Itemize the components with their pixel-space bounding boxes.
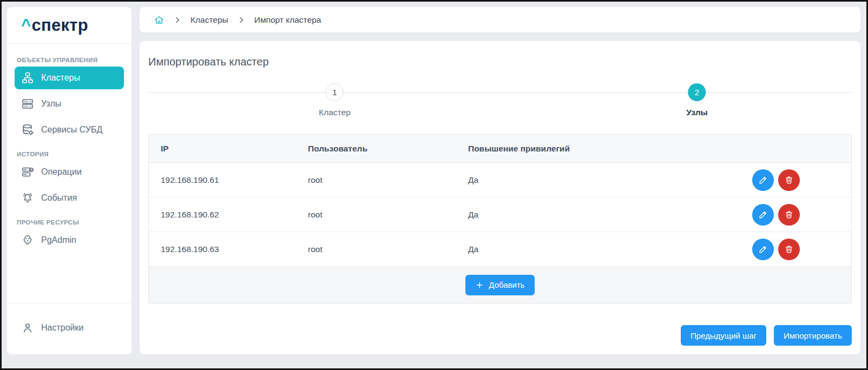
previous-step-button[interactable]: Предыдущий шаг	[681, 325, 766, 346]
column-header-ip: IP	[149, 144, 296, 154]
cell-user: root	[296, 175, 456, 185]
user-icon	[21, 321, 34, 334]
row-actions	[673, 204, 851, 226]
form-actions: Предыдущий шаг Импортировать	[148, 325, 852, 346]
breadcrumb-import-cluster: Импорт кластера	[254, 15, 321, 25]
cell-ip: 192.168.190.63	[149, 245, 296, 254]
sidebar-item-pgadmin[interactable]: PgAdmin	[15, 229, 124, 252]
step-label: Кластер	[319, 108, 351, 117]
row-actions	[673, 239, 851, 260]
delete-node-button[interactable]	[778, 239, 800, 260]
trash-icon	[784, 175, 794, 186]
table-header-row: IP Пользователь Повышение привилегий	[149, 135, 851, 163]
pgadmin-icon	[21, 234, 34, 247]
section-label-objects: ОБЪЕКТЫ УПРАВЛЕНИЯ	[17, 57, 122, 63]
step-nodes[interactable]: 2 Узлы	[686, 83, 707, 117]
sidebar-nav: ОБЪЕКТЫ УПРАВЛЕНИЯ Кластеры	[7, 44, 131, 303]
step-number: 2	[688, 83, 706, 101]
db-services-icon	[21, 123, 34, 136]
cell-privilege: Да	[456, 245, 673, 254]
section-label-history: ИСТОРИЯ	[17, 151, 122, 157]
delete-node-button[interactable]	[778, 204, 800, 226]
cell-ip: 192.168.190.62	[149, 210, 296, 220]
import-cluster-card: Импортировать кластер 1 Кластер 2 Узлы I…	[140, 41, 860, 354]
events-icon	[21, 191, 34, 204]
sidebar-footer: Настройки	[7, 303, 131, 354]
section-label-other-resources: ПРОЧИЕ РЕСУРСЫ	[17, 219, 122, 226]
import-button[interactable]: Импортировать	[774, 325, 852, 346]
breadcrumb: Кластеры Импорт кластера	[140, 7, 860, 32]
delete-node-button[interactable]	[778, 169, 800, 191]
edit-node-button[interactable]	[752, 204, 774, 226]
chevron-right-icon	[174, 16, 181, 24]
wizard-stepper: 1 Кластер 2 Узлы	[148, 83, 852, 125]
plus-icon	[475, 281, 484, 289]
add-node-button[interactable]: Добавить	[465, 275, 534, 295]
trash-icon	[784, 209, 794, 220]
sidebar-item-clusters[interactable]: Кластеры	[15, 67, 124, 89]
sidebar-item-db-services[interactable]: Сервисы СУБД	[15, 118, 124, 141]
cell-privilege: Да	[456, 210, 673, 220]
pencil-icon	[758, 209, 768, 220]
sidebar-item-label: Кластеры	[41, 73, 80, 83]
row-actions	[673, 169, 851, 191]
cell-privilege: Да	[456, 175, 673, 185]
sidebar-item-settings[interactable]: Настройки	[15, 316, 124, 339]
table-row: 192.168.190.62 root Да	[149, 197, 851, 232]
pencil-icon	[758, 175, 768, 186]
sidebar-item-label: PgAdmin	[41, 235, 76, 245]
edit-node-button[interactable]	[752, 239, 774, 260]
step-cluster[interactable]: 1 Кластер	[319, 83, 351, 117]
edit-node-button[interactable]	[752, 169, 774, 191]
page-title: Импортировать кластер	[148, 56, 852, 68]
sidebar-item-label: События	[41, 193, 77, 203]
sidebar-item-operations[interactable]: Операции	[15, 161, 124, 183]
breadcrumb-clusters[interactable]: Кластеры	[190, 15, 228, 25]
column-header-user: Пользователь	[296, 144, 456, 154]
stepper-line	[148, 92, 852, 93]
nodes-table: IP Пользователь Повышение привилегий 192…	[148, 134, 852, 303]
add-node-label: Добавить	[489, 280, 524, 289]
logo-caret: ^	[21, 16, 31, 35]
sidebar-item-events[interactable]: События	[15, 187, 124, 209]
home-icon[interactable]	[154, 15, 165, 25]
cluster-icon	[21, 71, 34, 84]
sidebar-item-label: Настройки	[41, 323, 83, 333]
sidebar-item-label: Узлы	[41, 99, 61, 109]
table-row: 192.168.190.63 root Да	[149, 232, 851, 267]
column-header-privilege: Повышение привилегий	[456, 144, 673, 154]
sidebar-item-nodes[interactable]: Узлы	[15, 93, 124, 115]
sidebar: ^спектр ОБЪЕКТЫ УПРАВЛЕНИЯ Кластеры	[7, 7, 131, 354]
pencil-icon	[758, 244, 768, 255]
step-label: Узлы	[686, 108, 707, 117]
trash-icon	[784, 244, 794, 255]
nodes-icon	[21, 97, 34, 110]
table-row: 192.168.190.61 root Да	[149, 163, 851, 197]
logo-text: спектр	[31, 16, 88, 35]
sidebar-item-label: Сервисы СУБД	[41, 125, 102, 135]
app-logo: ^спектр	[7, 7, 131, 44]
operations-icon	[21, 166, 34, 179]
cell-user: root	[296, 210, 456, 220]
chevron-right-icon	[238, 16, 245, 24]
step-number: 1	[326, 83, 344, 101]
cell-ip: 192.168.190.61	[149, 175, 296, 185]
cell-user: root	[296, 245, 456, 254]
sidebar-item-label: Операции	[41, 167, 82, 177]
table-footer: Добавить	[149, 267, 851, 303]
